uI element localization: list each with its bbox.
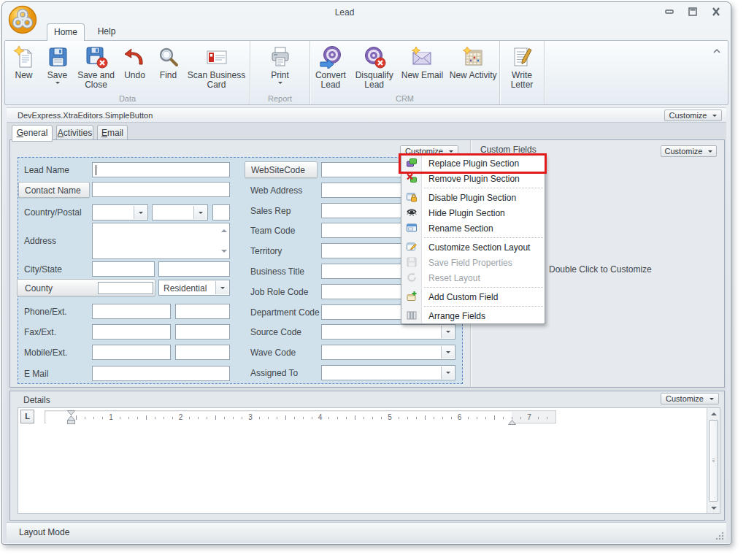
resize-grip[interactable] <box>715 530 724 539</box>
status-bar: Layout Mode <box>7 522 726 541</box>
vertical-scrollbar[interactable] <box>707 408 720 513</box>
postal-input[interactable] <box>212 204 230 220</box>
rename-section-icon <box>406 222 418 234</box>
infobar-customize-button[interactable]: Customize <box>664 110 722 121</box>
custom-fields-customize-button[interactable]: Customize <box>661 145 717 157</box>
title-bar[interactable]: Lead <box>2 2 731 21</box>
menu-item-reset-layout[interactable]: Reset Layout <box>401 270 545 285</box>
dropdown-arrow-icon[interactable] <box>441 326 454 338</box>
menu-item-disable-plugin-section[interactable]: Disable Plugin Section <box>401 190 545 205</box>
lead-name-input[interactable] <box>92 162 230 177</box>
find-icon <box>157 45 180 69</box>
details-editor[interactable]: L 1234567 <box>18 407 720 514</box>
ribbon-group-label: Data <box>5 94 250 103</box>
field-label-assigned-to: Assigned To <box>250 368 298 378</box>
scan-business-card-button[interactable]: Scan Business Card <box>186 44 247 90</box>
minimize-button[interactable] <box>664 7 675 17</box>
menu-item-hide-plugin-section[interactable]: Hide Plugin Section <box>401 205 545 220</box>
info-bar-text: DevExpress.XtraEditors.SimpleButton <box>18 111 153 120</box>
ribbon-group-write-letter: Write Letter <box>500 41 545 104</box>
general-form-panel: Double Click to Customize Customize Cust… <box>9 139 725 388</box>
maximize-button[interactable] <box>687 7 699 17</box>
tab-general[interactable]: General <box>12 125 53 142</box>
menu-item-customize-section-layout[interactable]: Customize Section Layout <box>401 239 545 255</box>
mobile-ext--input-1[interactable] <box>92 345 171 360</box>
details-customize-button[interactable]: Customize <box>661 393 719 404</box>
city-state-input-1[interactable] <box>92 261 155 277</box>
save-button[interactable]: Save <box>42 44 74 86</box>
add-custom-field-icon <box>406 291 418 302</box>
scrollbar-thumb[interactable] <box>709 420 718 502</box>
write-letter-button[interactable]: Write Letter <box>501 44 542 90</box>
ribbon-group-label: Report <box>250 94 309 103</box>
country-combo[interactable] <box>92 204 148 220</box>
field-label-department-code: Department Code <box>250 307 320 318</box>
field-label-fax-ext-: Fax/Ext. <box>24 327 56 337</box>
fax-ext--input-2[interactable] <box>175 324 230 340</box>
fax-ext--input-1[interactable] <box>92 324 171 340</box>
menu-item-save-field-properties[interactable]: Save Field Properties <box>401 255 545 270</box>
scan-card-icon <box>205 45 228 69</box>
dropdown-arrow-icon[interactable] <box>193 206 207 219</box>
menu-item-arrange-fields[interactable]: Arrange Fields <box>401 308 545 323</box>
arrange-fields-icon <box>406 310 418 321</box>
scroll-down-arrow[interactable] <box>707 502 720 513</box>
mobile-ext--input-2[interactable] <box>175 345 230 360</box>
tabstop-indicator[interactable]: L <box>20 410 34 423</box>
field-label-mobile-ext-: Mobile/Ext. <box>24 348 67 358</box>
save-and-close-button[interactable]: Save and Close <box>75 44 118 90</box>
e-mail-input[interactable] <box>92 366 230 381</box>
scroll-up-arrow[interactable] <box>707 408 720 419</box>
field-label-phone-ext-: Phone/Ext. <box>24 307 67 317</box>
ribbon-tab-home[interactable]: Home <box>47 23 85 41</box>
close-button[interactable] <box>710 7 722 17</box>
tab-email[interactable]: Email <box>97 125 128 140</box>
source-code-input[interactable] <box>321 324 455 340</box>
app-logo-icon[interactable] <box>8 5 37 34</box>
find-button[interactable]: Find <box>153 44 185 80</box>
county-input[interactable] <box>98 282 153 294</box>
save-disabled-icon <box>406 256 418 268</box>
assigned-to-input[interactable] <box>321 365 455 380</box>
dropdown-arrow-icon[interactable] <box>441 367 454 379</box>
collapse-ribbon-icon[interactable] <box>712 44 722 51</box>
field-label-county[interactable]: County <box>17 279 155 296</box>
print-button[interactable]: Print <box>258 44 302 86</box>
ribbon-tab-help[interactable]: Help <box>88 23 125 41</box>
wave-code-input[interactable] <box>321 345 455 360</box>
disqualify-lead-button[interactable]: Disqualify Lead <box>352 44 397 90</box>
new-email-button[interactable]: New Email <box>399 44 447 80</box>
convert-lead-button[interactable]: Convert Lead <box>311 44 350 90</box>
field-label-contact-name[interactable]: Contact Name <box>18 182 90 198</box>
new-button[interactable]: New <box>8 44 40 80</box>
city-state-input-2[interactable] <box>158 261 230 277</box>
address-textarea[interactable] <box>92 223 230 259</box>
lead-section-panel[interactable]: Lead NameContact NameCountry/PostalAddre… <box>18 157 463 384</box>
new-activity-button[interactable]: New Activity <box>447 44 499 80</box>
contact-name-input[interactable] <box>92 182 230 197</box>
field-label-source-code: Source Code <box>250 327 301 337</box>
remove-plugin-icon <box>406 172 418 184</box>
undo-button[interactable]: Undo <box>119 44 151 80</box>
phone-ext--input-2[interactable] <box>175 304 230 319</box>
field-label-web-address: Web Address <box>250 185 302 196</box>
dropdown-arrow-icon[interactable] <box>441 346 454 358</box>
client-area: GeneralActivitiesEmail Double Click to C… <box>7 123 726 541</box>
field-label-job-role-code: Job Role Code <box>250 287 308 297</box>
menu-item-add-custom-field[interactable]: Add Custom Field <box>401 289 545 304</box>
menu-item-rename-section[interactable]: Rename Section <box>401 220 545 236</box>
dropdown-arrow-icon <box>712 115 717 119</box>
field-label-address: Address <box>24 236 56 246</box>
phone-ext--input-1[interactable] <box>92 304 171 319</box>
new-activity-icon <box>461 45 485 69</box>
field-label-websitecode[interactable]: WebSiteCode <box>245 161 318 178</box>
county-type-combo[interactable]: Residential <box>158 280 230 296</box>
field-label-text: Contact Name <box>25 185 81 196</box>
ruler[interactable]: 1234567 <box>45 410 556 423</box>
field-label-text: County <box>25 283 53 294</box>
field-label-e-mail: E Mail <box>24 369 48 379</box>
state-combo[interactable] <box>152 204 208 220</box>
dropdown-arrow-icon[interactable] <box>215 281 228 294</box>
dropdown-arrow-icon[interactable] <box>134 206 147 219</box>
tab-activities[interactable]: Activities <box>56 125 93 140</box>
